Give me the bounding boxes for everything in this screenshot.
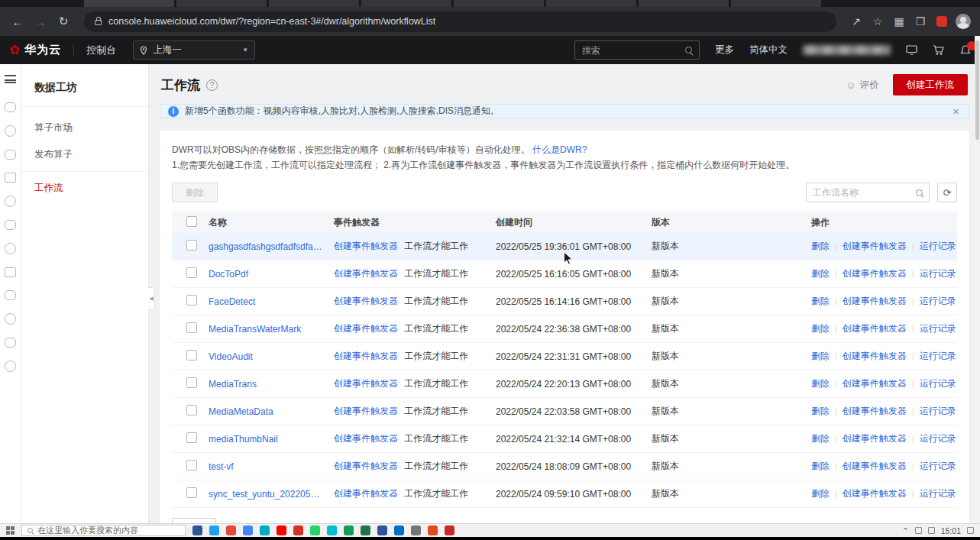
action-delete-link[interactable]: 删除: [811, 241, 830, 251]
region-selector[interactable]: 上海一 ▼: [133, 40, 255, 60]
workflow-name-link[interactable]: mediaThumbNail: [209, 434, 325, 445]
row-checkbox[interactable]: [186, 240, 197, 251]
row-checkbox[interactable]: [186, 322, 197, 333]
extensions-icon[interactable]: ▦: [890, 12, 908, 31]
console-search-input[interactable]: [582, 45, 679, 56]
console-search[interactable]: [574, 40, 700, 60]
taskbar-app-icon[interactable]: [192, 525, 202, 535]
bookmark-star-icon[interactable]: ☆: [868, 12, 887, 31]
service-icon[interactable]: [5, 102, 16, 112]
action-delete-link[interactable]: 删除: [811, 433, 830, 444]
browser-tab[interactable]: [176, 0, 267, 7]
notification-bell-icon[interactable]: [960, 45, 971, 56]
create-trigger-link[interactable]: 创建事件触发器: [334, 296, 398, 306]
taskbar-app-icon[interactable]: [310, 525, 320, 535]
service-icon[interactable]: [5, 196, 16, 207]
create-workflow-button[interactable]: 创建工作流: [893, 74, 969, 95]
action-create-trigger-link[interactable]: 创建事件触发器: [843, 406, 907, 416]
taskbar-app-icon[interactable]: [411, 525, 421, 535]
action-create-trigger-link[interactable]: 创建事件触发器: [843, 378, 907, 389]
browser-profile-avatar[interactable]: [954, 12, 972, 31]
sidebar-item-workflow[interactable]: 工作流: [21, 175, 148, 202]
action-delete-link[interactable]: 删除: [811, 351, 830, 361]
browser-tab[interactable]: [454, 0, 544, 7]
row-checkbox[interactable]: [186, 267, 197, 278]
sidebar-collapse-handle[interactable]: ◀: [148, 287, 155, 310]
split-view-icon[interactable]: ❐: [911, 12, 930, 31]
close-icon[interactable]: ×: [951, 105, 961, 118]
service-icon[interactable]: [5, 150, 16, 160]
workflow-name-link[interactable]: FaceDetect: [209, 296, 325, 307]
taskbar-app-icon[interactable]: [243, 525, 253, 535]
action-run-records-link[interactable]: 运行记录: [920, 461, 956, 471]
taskbar-app-icon[interactable]: [293, 525, 303, 535]
select-all-checkbox[interactable]: [186, 216, 197, 227]
action-run-records-link[interactable]: 运行记录: [920, 406, 956, 416]
action-create-trigger-link[interactable]: 创建事件触发器: [843, 323, 907, 334]
taskbar-app-icon[interactable]: [445, 525, 454, 535]
scrollbar-thumb[interactable]: [975, 40, 979, 140]
action-create-trigger-link[interactable]: 创建事件触发器: [843, 296, 907, 306]
share-icon[interactable]: ↗: [847, 12, 865, 31]
tray-icon[interactable]: [928, 527, 935, 534]
clock[interactable]: 15:01: [941, 526, 961, 535]
service-icon[interactable]: [5, 267, 16, 277]
workflow-name-link[interactable]: sync_test_yuntu_2022052401: [209, 489, 325, 500]
service-icon[interactable]: [5, 173, 16, 183]
sidebar-item-operator-market[interactable]: 算子市场: [21, 115, 148, 141]
row-checkbox[interactable]: [186, 432, 197, 443]
taskbar-search[interactable]: 在这里输入你要搜索的内容: [21, 525, 186, 536]
taskbar-app-icon[interactable]: [277, 525, 286, 535]
row-checkbox[interactable]: [186, 460, 197, 470]
taskbar-app-icon[interactable]: [344, 525, 354, 535]
row-checkbox[interactable]: [186, 377, 197, 388]
forward-icon[interactable]: →: [31, 11, 50, 31]
create-trigger-link[interactable]: 创建事件触发器: [334, 241, 398, 251]
taskbar-app-icon[interactable]: [394, 525, 404, 535]
workflow-name-link[interactable]: test-vf: [209, 461, 325, 472]
workflow-name-link[interactable]: MediaMetaData: [209, 406, 325, 417]
action-create-trigger-link[interactable]: 创建事件触发器: [843, 433, 907, 444]
page-scrollbar[interactable]: [975, 36, 980, 523]
workflow-name-link[interactable]: gashgasdfashgsdfadfsdfasdg...: [209, 241, 325, 252]
sidebar-item-publish-operator[interactable]: 发布算子: [21, 141, 148, 168]
tray-icon[interactable]: [915, 527, 922, 534]
action-delete-link[interactable]: 删除: [811, 488, 830, 499]
create-trigger-link[interactable]: 创建事件触发器: [334, 323, 398, 334]
action-create-trigger-link[interactable]: 创建事件触发器: [843, 488, 907, 499]
create-trigger-link[interactable]: 创建事件触发器: [334, 378, 398, 389]
action-run-records-link[interactable]: 运行记录: [920, 433, 956, 444]
action-run-records-link[interactable]: 运行记录: [920, 351, 956, 361]
taskbar-app-icon[interactable]: [327, 525, 337, 535]
action-run-records-link[interactable]: 运行记录: [920, 488, 956, 499]
browser-tab[interactable]: [639, 0, 729, 7]
language-selector[interactable]: 简体中文: [749, 44, 788, 57]
action-create-trigger-link[interactable]: 创建事件触发器: [843, 351, 907, 361]
action-run-records-link[interactable]: 运行记录: [920, 241, 956, 251]
browser-tab[interactable]: [731, 0, 821, 7]
service-icon[interactable]: [5, 243, 16, 254]
create-trigger-link[interactable]: 创建事件触发器: [334, 461, 398, 471]
more-menu[interactable]: 更多: [715, 44, 734, 57]
action-run-records-link[interactable]: 运行记录: [920, 323, 956, 334]
what-is-dwr-link[interactable]: 什么是DWR?: [532, 144, 587, 155]
action-create-trigger-link[interactable]: 创建事件触发器: [843, 268, 907, 279]
action-run-records-link[interactable]: 运行记录: [920, 378, 956, 389]
action-delete-link[interactable]: 删除: [811, 296, 830, 306]
action-delete-link[interactable]: 删除: [811, 406, 830, 416]
browser-tab[interactable]: [269, 0, 359, 7]
create-trigger-link[interactable]: 创建事件触发器: [334, 268, 398, 279]
workflow-name-link[interactable]: MediaTransWaterMark: [209, 324, 325, 335]
service-icon[interactable]: [5, 290, 16, 300]
browser-tab[interactable]: [546, 0, 636, 7]
workflow-search-input[interactable]: [813, 187, 911, 198]
workflow-name-link[interactable]: DocToPdf: [209, 269, 325, 280]
row-checkbox[interactable]: [186, 405, 197, 416]
service-icon[interactable]: [5, 313, 16, 325]
pinned-extension-icon[interactable]: [933, 12, 951, 31]
refresh-button[interactable]: ⟳: [937, 183, 957, 202]
windows-start-icon[interactable]: [6, 526, 15, 535]
monitor-icon[interactable]: [906, 45, 917, 55]
cart-icon[interactable]: [933, 44, 945, 56]
taskbar-app-icon[interactable]: [428, 525, 438, 535]
